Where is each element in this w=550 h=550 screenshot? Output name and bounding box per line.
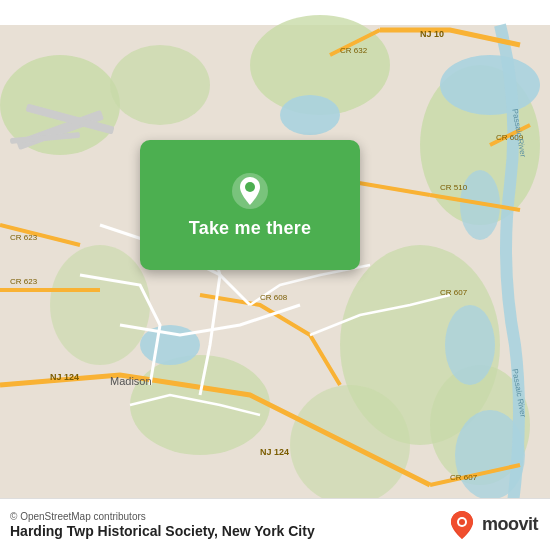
location-title: Harding Twp Historical Society, New York…: [10, 523, 315, 539]
osm-attribution: © OpenStreetMap contributors: [10, 511, 315, 522]
svg-text:CR 623: CR 623: [10, 233, 38, 242]
svg-point-37: [459, 519, 465, 525]
svg-point-10: [280, 95, 340, 135]
svg-text:NJ 10: NJ 10: [420, 29, 444, 39]
svg-point-35: [245, 182, 255, 192]
svg-point-11: [440, 55, 540, 115]
bottom-bar: © OpenStreetMap contributors Harding Twp…: [0, 498, 550, 550]
location-pin-icon: [231, 172, 269, 210]
svg-text:CR 607: CR 607: [440, 288, 468, 297]
svg-text:NJ 124: NJ 124: [50, 372, 79, 382]
svg-text:CR 607: CR 607: [450, 473, 478, 482]
map-background: NJ 10 CR 632 CR 510 CR 510 CR 623 CR 623…: [0, 0, 550, 550]
take-me-there-label: Take me there: [189, 218, 311, 239]
map-container: NJ 10 CR 632 CR 510 CR 510 CR 623 CR 623…: [0, 0, 550, 550]
moovit-logo: moovit: [446, 509, 538, 541]
moovit-brand-icon: [446, 509, 478, 541]
svg-text:CR 510: CR 510: [440, 183, 468, 192]
take-me-there-card[interactable]: Take me there: [140, 140, 360, 270]
svg-text:NJ 124: NJ 124: [260, 447, 289, 457]
moovit-brand-text: moovit: [482, 514, 538, 535]
svg-point-2: [110, 45, 210, 125]
svg-text:CR 608: CR 608: [260, 293, 288, 302]
bottom-info: © OpenStreetMap contributors Harding Twp…: [10, 511, 315, 539]
svg-point-7: [50, 245, 150, 365]
svg-text:Madison: Madison: [110, 375, 152, 387]
svg-point-14: [445, 305, 495, 385]
svg-text:CR 632: CR 632: [340, 46, 368, 55]
svg-text:CR 623: CR 623: [10, 277, 38, 286]
